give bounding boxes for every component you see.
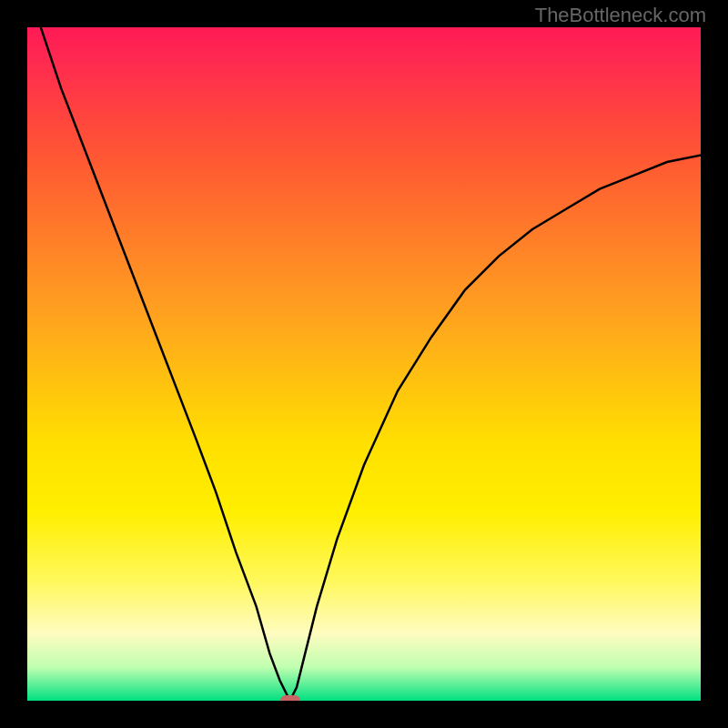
watermark-text: TheBottleneck.com: [535, 4, 706, 27]
curve-svg: [27, 27, 701, 701]
chart-container: TheBottleneck.com: [0, 0, 728, 728]
plot-area: [27, 27, 701, 701]
bottleneck-curve: [41, 27, 701, 701]
optimal-marker: [280, 695, 300, 701]
